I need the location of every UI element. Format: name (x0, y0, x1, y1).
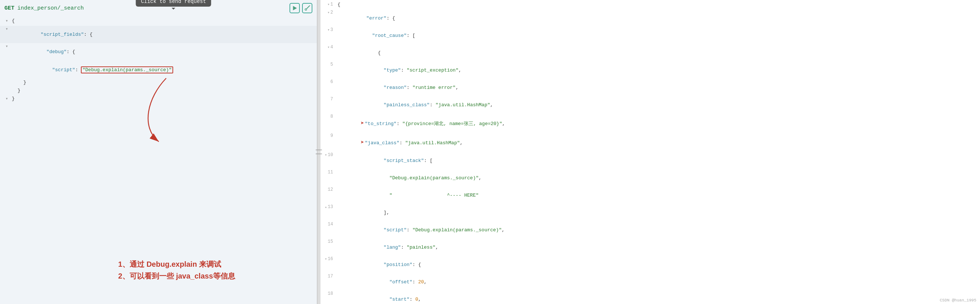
r-line-6: 6 "reason": "runtime error", (320, 79, 980, 96)
r-content-4: { (336, 44, 980, 61)
r-content-17: "offset": 20, (336, 274, 980, 290)
code-line-close2: } (0, 87, 317, 95)
r-gutter-5: 5 (320, 62, 336, 67)
r-gutter-16: ▾ 16 (320, 256, 336, 261)
line-content: "script": "Debug.explain(params._source)… (10, 61, 317, 79)
r-content-12: " ^---- HERE" (336, 187, 980, 204)
line-content: "script_fields": { (10, 26, 317, 43)
r-line-4: ▾ 4 { (320, 44, 980, 62)
r-line-12: 12 " ^---- HERE" (320, 187, 980, 204)
svg-point-1 (305, 9, 307, 11)
r-content-11: "Debug.explain(params._source)", (336, 170, 980, 186)
r-gutter-13: ▴ 13 (320, 204, 336, 209)
request-url: index_person/_search (18, 5, 84, 11)
code-line-close3: ▾ } (0, 95, 317, 104)
r-line-3: ▾ 3 "root_cause": [ (320, 27, 980, 44)
r-line-5: 5 "type": "script_exception", (320, 62, 980, 79)
r-gutter-7: 7 (320, 97, 336, 102)
fold-13[interactable]: ▴ (325, 205, 327, 209)
r-line-10: ▾ 10 "script_stack": [ (320, 152, 980, 169)
code-line-close1: } (0, 79, 317, 87)
script-value-highlight: "Debug.explain(params._source)" (81, 66, 173, 73)
line-gutter: ▾ (0, 18, 10, 24)
left-panel: Click to send request GET index_person/_… (0, 0, 318, 304)
r-gutter-3: ▾ 3 (320, 27, 336, 32)
panel-divider[interactable]: || (318, 0, 320, 304)
r-line-18: 18 "start": 0, (320, 291, 980, 304)
line-gutter: ▾ (0, 96, 10, 101)
fold-10[interactable]: ▾ (325, 153, 327, 157)
code-line-debug: ▾ "debug": { (0, 43, 317, 60)
svg-line-3 (309, 6, 310, 6)
send-icons (290, 3, 312, 13)
r-content-15: "lang": "painless", (336, 239, 980, 256)
r-line-9: 9 ➤"java_class": "java.util.HashMap", (320, 133, 980, 152)
annotation-section: 1、通过 Debug.explain 来调试 2、可以看到一些 java_cla… (118, 258, 235, 282)
r-line-1: ▾ 1 { (320, 2, 980, 10)
code-line-script-fields: ▾ "script_fields": { (0, 26, 317, 43)
fold-3[interactable]: ▾ (328, 28, 330, 32)
line-content: } (10, 80, 317, 85)
watermark: CSDN @huan_1995 (940, 298, 976, 302)
line-gutter: ▾ (0, 26, 10, 32)
line-content: { (10, 18, 317, 24)
fold-16[interactable]: ▾ (325, 257, 327, 261)
annotation-text: 1、通过 Debug.explain 来调试 2、可以看到一些 java_cla… (118, 258, 235, 282)
r-content-7: "painless_class": "java.util.HashMap", (336, 97, 980, 113)
fold-2[interactable]: ▾ (328, 10, 330, 15)
r-gutter-1: ▾ 1 (320, 2, 336, 7)
right-panel: ▾ 1 { ▾ 2 "error": { ▾ 3 "root_cause": [ (320, 0, 980, 304)
r-gutter-2: ▾ 2 (320, 10, 336, 15)
code-line-script: "script": "Debug.explain(params._source)… (0, 60, 317, 79)
r-content-3: "root_cause": [ (336, 27, 980, 44)
r-content-8: ➤"to_string": "{province=湖北, name=张三, ag… (336, 114, 980, 133)
r-gutter-17: 17 (320, 274, 336, 279)
line-content: } (10, 96, 317, 101)
divider-handle: || (315, 148, 323, 156)
r-content-14: "script": "Debug.explain(params._source)… (336, 222, 980, 238)
r-content-5: "type": "script_exception", (336, 62, 980, 79)
r-line-15: 15 "lang": "painless", (320, 239, 980, 256)
r-line-14: 14 "script": "Debug.explain(params._sour… (320, 222, 980, 239)
send-button[interactable] (290, 3, 300, 13)
r-line-8: 8 ➤"to_string": "{province=湖北, name=张三, … (320, 114, 980, 133)
r-gutter-11: 11 (320, 170, 336, 175)
r-line-17: 17 "offset": 20, (320, 273, 980, 291)
r-gutter-14: 14 (320, 222, 336, 227)
r-content-18: "start": 0, (336, 291, 980, 304)
line-content: "debug": { (10, 44, 317, 60)
response-code-area: ▾ 1 { ▾ 2 "error": { ▾ 3 "root_cause": [ (320, 0, 980, 304)
r-gutter-6: 6 (320, 79, 336, 84)
line-content: } (10, 88, 317, 93)
code-line-brace-open: ▾ { (0, 18, 317, 26)
line-gutter: ▾ (0, 44, 10, 49)
wrench-button[interactable] (302, 3, 312, 13)
svg-marker-0 (293, 6, 297, 10)
r-content-6: "reason": "runtime error", (336, 79, 980, 96)
r-content-16: "position": { (336, 256, 980, 273)
r-gutter-18: 18 (320, 291, 336, 296)
r-gutter-9: 9 (320, 133, 336, 138)
request-code-area: ▾ { ▾ "script_fields": { ▾ "debug": { "s… (0, 16, 317, 304)
r-line-16: ▾ 16 "position": { (320, 256, 980, 273)
r-gutter-15: 15 (320, 239, 336, 244)
fold-4[interactable]: ▾ (328, 45, 330, 49)
r-content-1: { (336, 2, 980, 7)
r-gutter-12: 12 (320, 187, 336, 192)
r-content-9: ➤"java_class": "java.util.HashMap", (336, 133, 980, 152)
r-content-2: "error": { (336, 10, 980, 27)
r-content-13: ], (336, 204, 980, 221)
tooltip-box: Click to send request (136, 0, 211, 6)
http-method: GET (5, 5, 14, 11)
r-line-13: ▴ 13 ], (320, 204, 980, 222)
r-line-2: ▾ 2 "error": { (320, 10, 980, 27)
play-icon (291, 5, 298, 11)
wrench-icon (304, 5, 310, 11)
r-gutter-10: ▾ 10 (320, 152, 336, 158)
r-gutter-4: ▾ 4 (320, 44, 336, 50)
r-gutter-8: 8 (320, 114, 336, 119)
r-content-10: "script_stack": [ (336, 152, 980, 169)
r-line-11: 11 "Debug.explain(params._source)", (320, 169, 980, 187)
r-line-7: 7 "painless_class": "java.util.HashMap", (320, 96, 980, 114)
fold-1[interactable]: ▾ (328, 2, 330, 6)
